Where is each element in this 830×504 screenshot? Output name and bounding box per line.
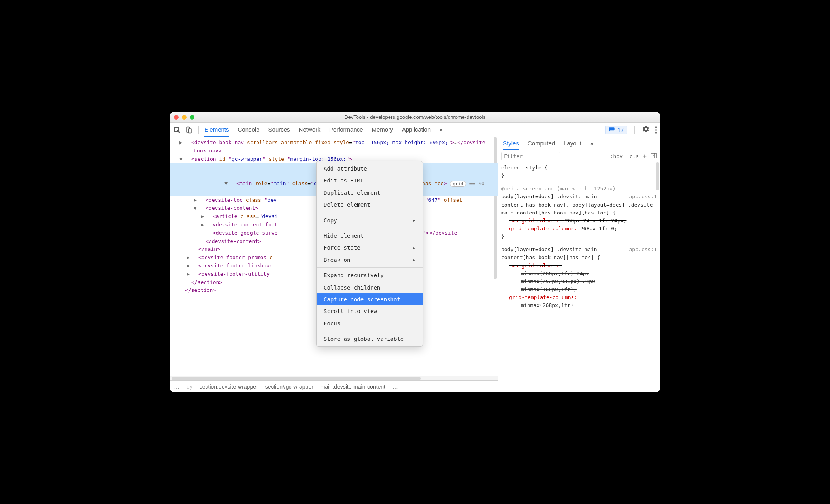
panel-tabs: Elements Console Sources Network Perform… — [204, 123, 443, 137]
tab-memory[interactable]: Memory — [372, 123, 393, 137]
devtools-window: DevTools - developers.google.com/web/too… — [170, 112, 660, 392]
toolbar-right: 17 — [605, 125, 657, 134]
crumb-leading[interactable]: … — [174, 384, 179, 390]
ctx-sep — [317, 228, 423, 228]
context-menu: Add attribute Edit as HTML Duplicate ele… — [316, 161, 423, 347]
ctx-capture-screenshot[interactable]: Capture node screenshot — [317, 293, 423, 305]
tab-network[interactable]: Network — [299, 123, 321, 137]
window-title: DevTools - developers.google.com/web/too… — [170, 114, 660, 120]
divider — [634, 126, 635, 134]
grid-badge[interactable]: grid — [450, 181, 466, 187]
ctx-sep — [317, 331, 423, 331]
elements-panel: ▶<devsite-book-nav scrollbars animatable… — [170, 137, 498, 392]
body: ▶<devsite-book-nav scrollbars animatable… — [170, 137, 660, 392]
tab-console[interactable]: Console — [238, 123, 260, 137]
crumb-item[interactable]: main.devsite-main-content — [321, 384, 385, 390]
rtab-layout[interactable]: Layout — [564, 137, 581, 150]
tab-performance[interactable]: Performance — [329, 123, 363, 137]
hov-toggle[interactable]: :hov — [610, 153, 622, 159]
ctx-force-state[interactable]: Force state — [317, 242, 423, 254]
ctx-collapse[interactable]: Collapse children — [317, 282, 423, 293]
styles-panel: Styles Computed Layout » :hov .cls + ele… — [498, 137, 660, 392]
ctx-duplicate[interactable]: Duplicate element — [317, 187, 423, 199]
tab-overflow[interactable]: » — [440, 123, 443, 137]
ctx-copy[interactable]: Copy — [317, 214, 423, 226]
crumb-item[interactable]: section#gc-wrapper — [265, 384, 313, 390]
ctx-focus[interactable]: Focus — [317, 318, 423, 329]
ctx-expand[interactable]: Expand recursively — [317, 269, 423, 281]
dom-node[interactable]: ▶<devsite-book-nav scrollbars animatable… — [170, 139, 498, 155]
ctx-sep — [317, 267, 423, 268]
cls-toggle[interactable]: .cls — [626, 153, 639, 159]
ctx-delete[interactable]: Delete element — [317, 199, 423, 211]
css-rule[interactable]: element.style { } — [501, 164, 657, 182]
styles-tabs: Styles Computed Layout » — [498, 137, 660, 150]
svg-rect-2 — [189, 129, 192, 133]
dom-tree[interactable]: ▶<devsite-book-nav scrollbars animatable… — [170, 137, 498, 376]
ctx-hide[interactable]: Hide element — [317, 230, 423, 242]
rtab-styles[interactable]: Styles — [503, 137, 519, 150]
main-toolbar: Elements Console Sources Network Perform… — [170, 123, 660, 137]
tab-sources[interactable]: Sources — [268, 123, 290, 137]
settings-icon[interactable] — [642, 125, 650, 134]
new-rule-icon[interactable]: + — [643, 152, 647, 160]
rtab-computed[interactable]: Computed — [528, 137, 555, 150]
inspect-icon[interactable] — [173, 126, 181, 134]
css-rule[interactable]: @media screen and (max-width: 1252px) ap… — [501, 185, 657, 243]
titlebar: DevTools - developers.google.com/web/too… — [170, 112, 660, 123]
divider — [198, 126, 199, 134]
ctx-sep — [317, 213, 423, 213]
device-toggle-icon[interactable] — [185, 126, 193, 134]
crumb-item[interactable]: section.devsite-wrapper — [200, 384, 258, 390]
vertical-scrollbar[interactable] — [655, 162, 660, 392]
ctx-add-attribute[interactable]: Add attribute — [317, 163, 423, 175]
crumb-trailing[interactable]: … — [392, 384, 398, 390]
ctx-edit-html[interactable]: Edit as HTML — [317, 175, 423, 186]
css-rule[interactable]: app.css:1body[layout=docs] .devsite-main… — [501, 246, 657, 312]
rtab-overflow[interactable]: » — [590, 137, 593, 150]
source-link[interactable]: app.css:1 — [629, 246, 657, 254]
more-icon[interactable] — [655, 126, 657, 134]
breadcrumb: … dy section.devsite-wrapper section#gc-… — [170, 380, 498, 392]
issues-badge[interactable]: 17 — [605, 126, 627, 134]
crumb-dim[interactable]: dy — [187, 384, 192, 390]
ctx-store-global[interactable]: Store as global variable — [317, 333, 423, 345]
styles-rules[interactable]: element.style { } @media screen and (max… — [498, 162, 660, 392]
horizontal-scrollbar[interactable] — [170, 376, 498, 380]
source-link[interactable]: app.css:1 — [629, 193, 657, 201]
issues-count: 17 — [617, 127, 624, 133]
tab-elements[interactable]: Elements — [204, 123, 229, 137]
filter-input[interactable] — [501, 152, 560, 160]
ctx-break-on[interactable]: Break on — [317, 254, 423, 266]
tab-application[interactable]: Application — [402, 123, 431, 137]
toggle-sidebar-icon[interactable] — [651, 153, 657, 160]
ctx-scroll-into-view[interactable]: Scroll into view — [317, 305, 423, 317]
styles-filter-bar: :hov .cls + — [498, 150, 660, 162]
